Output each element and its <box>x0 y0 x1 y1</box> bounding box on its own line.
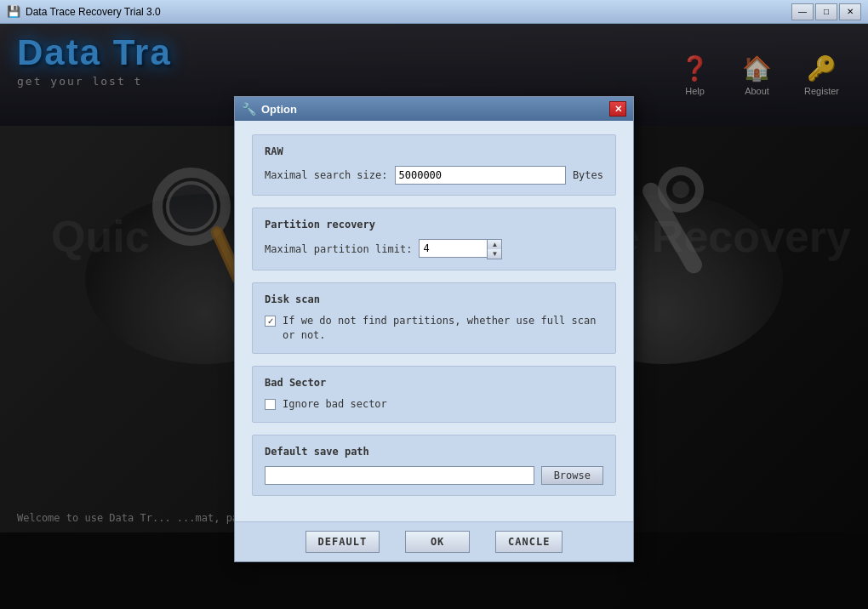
options-dialog: 🔧 Option ✕ RAW Maximal search size: Byte… <box>234 96 634 561</box>
browse-button[interactable]: Browse <box>541 466 603 485</box>
save-path-row: Browse <box>265 466 603 485</box>
raw-section: RAW Maximal search size: Bytes <box>252 134 616 196</box>
dialog-footer: DEFAULT OK CANCLE <box>235 521 633 561</box>
max-partition-label: Maximal partition limit: <box>265 243 412 255</box>
cancel-button[interactable]: CANCLE <box>495 531 562 553</box>
full-scan-label: If we do not find partitions, whether us… <box>283 314 603 343</box>
bad-sector-section: Bad Sector Ignore bad sector <box>252 366 616 423</box>
save-path-section: Default save path Browse <box>252 435 616 496</box>
dialog-body: RAW Maximal search size: Bytes Partition… <box>235 121 633 521</box>
app-title: Data Trace Recovery Trial 3.0 <box>26 6 791 18</box>
save-path-input[interactable] <box>265 466 534 485</box>
partition-spinner: ▲ ▼ <box>419 239 502 259</box>
spinner-up-button[interactable]: ▲ <box>488 240 501 249</box>
app-icon: 💾 <box>7 5 20 19</box>
modal-overlay: 🔧 Option ✕ RAW Maximal search size: Byte… <box>0 24 868 609</box>
title-bar: 💾 Data Trace Recovery Trial 3.0 — □ ✕ <box>0 0 868 24</box>
maximize-button[interactable]: □ <box>815 3 837 20</box>
max-search-label: Maximal search size: <box>265 169 388 181</box>
dialog-title-text: Option <box>261 103 609 116</box>
spinner-buttons: ▲ ▼ <box>487 239 502 259</box>
partition-recovery-section: Partition recovery Maximal partition lim… <box>252 208 616 270</box>
close-button[interactable]: ✕ <box>839 3 861 20</box>
disk-scan-section: Disk scan If we do not find partitions, … <box>252 282 616 354</box>
partition-limit-input[interactable] <box>419 239 487 258</box>
raw-search-row: Maximal search size: Bytes <box>265 166 603 185</box>
minimize-button[interactable]: — <box>791 3 814 20</box>
ignore-bad-sector-label: Ignore bad sector <box>283 397 387 412</box>
ok-button[interactable]: OK <box>405 531 470 553</box>
partition-section-title: Partition recovery <box>265 219 603 231</box>
default-button[interactable]: DEFAULT <box>306 531 380 553</box>
window-controls: — □ ✕ <box>791 3 861 20</box>
ignore-bad-sector-row: Ignore bad sector <box>265 397 603 412</box>
full-scan-checkbox-row: If we do not find partitions, whether us… <box>265 314 603 343</box>
raw-section-title: RAW <box>265 145 603 157</box>
disk-scan-title: Disk scan <box>265 293 603 305</box>
app-background: Quic ue Recovery ❓ Help 🏠 About 🔑 Regist… <box>0 24 868 609</box>
dialog-title-bar: 🔧 Option ✕ <box>235 97 633 121</box>
save-path-title: Default save path <box>265 446 603 458</box>
max-search-unit: Bytes <box>573 169 603 181</box>
spinner-down-button[interactable]: ▼ <box>488 249 501 259</box>
ignore-bad-sector-checkbox[interactable] <box>265 399 276 410</box>
bad-sector-title: Bad Sector <box>265 377 603 389</box>
max-search-input[interactable] <box>395 166 566 185</box>
partition-limit-row: Maximal partition limit: ▲ ▼ <box>265 239 603 259</box>
full-scan-checkbox[interactable] <box>265 316 276 327</box>
dialog-close-button[interactable]: ✕ <box>609 101 626 117</box>
dialog-title-icon: 🔧 <box>242 102 256 116</box>
